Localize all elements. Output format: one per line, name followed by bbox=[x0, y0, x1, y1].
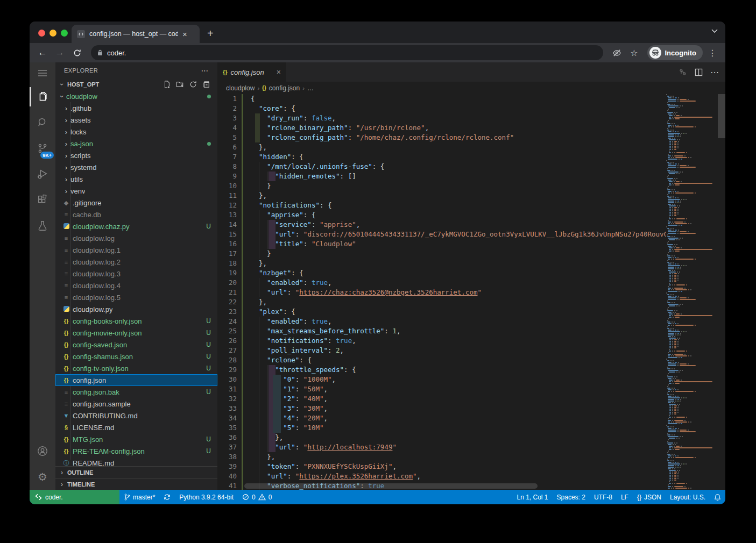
zoom-window-button[interactable] bbox=[61, 30, 68, 37]
code-line-19[interactable]: 19 "nzbget": { bbox=[217, 268, 666, 278]
chevron-down-icon[interactable]: › bbox=[58, 92, 66, 101]
code-line-28[interactable]: 28 "rclone": { bbox=[217, 355, 666, 365]
code-line-3[interactable]: 3 "dry_run": false, bbox=[217, 113, 666, 123]
code-line-22[interactable]: 22 }, bbox=[217, 297, 666, 307]
tree-item-cloudplow.log.1[interactable]: ≡cloudplow.log.1 bbox=[55, 244, 217, 256]
eol-indicator[interactable]: LF bbox=[617, 490, 633, 504]
tree-item-systemd[interactable]: ›systemd bbox=[55, 161, 217, 173]
tree-item-LICENSE.md[interactable]: §LICENSE.md bbox=[55, 421, 217, 433]
code-line-8[interactable]: 8 "/mnt/local/.unionfs-fuse": { bbox=[217, 162, 666, 172]
cursor-position[interactable]: Ln 1, Col 1 bbox=[512, 490, 552, 504]
tab-close-icon[interactable]: × bbox=[182, 30, 187, 38]
tree-item-README.md[interactable]: ⓘREADME.md bbox=[55, 457, 217, 466]
tree-item-venv[interactable]: ›venv bbox=[55, 185, 217, 197]
tree-item-utils[interactable]: ›utils bbox=[55, 173, 217, 185]
problems-indicator[interactable]: 0 0 bbox=[238, 490, 276, 504]
tree-item-cloudplow[interactable]: ›cloudplow bbox=[55, 90, 217, 102]
breadcrumb-folder[interactable]: cloudplow bbox=[226, 84, 255, 92]
browser-menu-icon[interactable]: ⋮ bbox=[705, 45, 720, 60]
address-bar[interactable]: coder. bbox=[91, 45, 603, 60]
tree-item-locks[interactable]: ›locks bbox=[55, 126, 217, 138]
code-line-14[interactable]: 14 "service": "apprise", bbox=[217, 220, 666, 230]
new-folder-icon[interactable] bbox=[176, 81, 184, 88]
code-line-11[interactable]: 11 }, bbox=[217, 191, 666, 201]
tree-item-.github[interactable]: ›.github bbox=[55, 102, 217, 114]
explorer-more-icon[interactable]: ⋯ bbox=[201, 66, 209, 75]
tree-item-PRE-TEAM-config.json[interactable]: {}PRE-TEAM-config.jsonU bbox=[55, 445, 217, 457]
code-line-38[interactable]: 38 }, bbox=[217, 452, 666, 462]
tree-item-MTG.json[interactable]: {}MTG.jsonU bbox=[55, 433, 217, 445]
testing-activity-icon[interactable] bbox=[30, 213, 55, 239]
indentation[interactable]: Spaces: 2 bbox=[553, 490, 590, 504]
code-line-34[interactable]: 34 "4": "20M", bbox=[217, 413, 666, 423]
code-line-15[interactable]: 15 "url": "discord://650104445434331137/… bbox=[217, 230, 666, 239]
forward-button[interactable]: → bbox=[52, 45, 67, 60]
code-line-9[interactable]: 9 "hidden_remotes": [] bbox=[217, 172, 666, 181]
eye-off-icon[interactable] bbox=[610, 45, 625, 60]
tree-item-cache.db[interactable]: ≡cache.db bbox=[55, 209, 217, 220]
new-file-icon[interactable] bbox=[163, 81, 171, 88]
tree-item-config.json[interactable]: {}config.json bbox=[55, 374, 217, 386]
editor-more-actions-icon[interactable]: ⋯ bbox=[710, 67, 719, 77]
tree-item-cloudplow.py[interactable]: cloudplow.py bbox=[55, 303, 217, 315]
refresh-icon[interactable] bbox=[189, 81, 197, 88]
tree-item-config-shamus.json[interactable]: {}config-shamus.jsonU bbox=[55, 351, 217, 362]
account-icon[interactable] bbox=[30, 438, 55, 464]
breadcrumb-symbol[interactable]: … bbox=[307, 84, 314, 92]
tree-item-cloudplow.log[interactable]: ≡cloudplow.log bbox=[55, 232, 217, 244]
tree-item-config.json.sample[interactable]: ≡config.json.sample bbox=[55, 398, 217, 410]
code-line-39[interactable]: 39 "token": "PXNNXUEfYSCkUspGiiXj", bbox=[217, 462, 666, 471]
minimap[interactable] bbox=[666, 94, 717, 490]
editor-tab-config-json[interactable]: {} config.json × bbox=[217, 62, 286, 82]
code-line-23[interactable]: 23 "plex": { bbox=[217, 307, 666, 317]
code-line-37[interactable]: 37 "url": "http://localhost:7949" bbox=[217, 442, 666, 452]
timeline-section[interactable]: › TIMELINE bbox=[55, 478, 217, 490]
tree-item-config-movie-only.json[interactable]: {}config-movie-only.jsonU bbox=[55, 327, 217, 339]
minimize-window-button[interactable] bbox=[50, 30, 56, 37]
code-line-16[interactable]: 16 "title": "Cloudplow" bbox=[217, 239, 666, 249]
chevron-right-icon[interactable]: › bbox=[62, 152, 70, 160]
code-line-12[interactable]: 12 "notifications": { bbox=[217, 201, 666, 210]
code-line-17[interactable]: 17 } bbox=[217, 249, 666, 259]
branch-indicator[interactable]: master* bbox=[119, 490, 159, 504]
encoding[interactable]: UTF-8 bbox=[590, 490, 617, 504]
tree-item-sa-json[interactable]: ›sa-json bbox=[55, 138, 217, 149]
chevron-right-icon[interactable]: › bbox=[62, 140, 70, 148]
code-line-13[interactable]: 13 "apprise": { bbox=[217, 210, 666, 220]
chevron-right-icon[interactable]: › bbox=[62, 116, 70, 124]
code-line-27[interactable]: 27 "poll_interval": 2, bbox=[217, 346, 666, 355]
code-line-32[interactable]: 32 "2": "40M", bbox=[217, 394, 666, 404]
chevron-right-icon[interactable]: › bbox=[62, 128, 70, 136]
close-window-button[interactable] bbox=[38, 30, 45, 37]
code-line-40[interactable]: 40 "url": "https://plex.3526harriet.com"… bbox=[217, 471, 666, 481]
bookmark-star-icon[interactable]: ☆ bbox=[627, 45, 642, 60]
search-activity-icon[interactable] bbox=[30, 110, 55, 135]
tab-search-chevron-icon[interactable] bbox=[711, 29, 718, 33]
split-editor-icon[interactable] bbox=[695, 68, 703, 76]
code-line-35[interactable]: 35 "5": "10M" bbox=[217, 423, 666, 433]
code-line-31[interactable]: 31 "1": "50M", bbox=[217, 384, 666, 394]
breadcrumbs[interactable]: cloudplow › {} config.json › … bbox=[217, 82, 725, 94]
tree-item-cloudplow.log.3[interactable]: ≡cloudplow.log.3 bbox=[55, 268, 217, 280]
tree-item-.gitignore[interactable]: ◆.gitignore bbox=[55, 197, 217, 209]
code-line-18[interactable]: 18 }, bbox=[217, 259, 666, 268]
language-mode[interactable]: {} JSON bbox=[633, 490, 666, 504]
source-control-activity-icon[interactable]: 9K+ bbox=[30, 135, 55, 161]
chevron-right-icon[interactable]: › bbox=[62, 175, 70, 183]
tree-item-config.json.bak[interactable]: ≡config.json.bakU bbox=[55, 386, 217, 398]
back-button[interactable]: ← bbox=[35, 45, 50, 60]
tree-item-config-tv-only.json[interactable]: {}config-tv-only.jsonU bbox=[55, 362, 217, 374]
horizontal-scrollbar[interactable] bbox=[244, 483, 538, 489]
chevron-right-icon[interactable]: › bbox=[62, 187, 70, 195]
vertical-scrollbar[interactable] bbox=[718, 94, 725, 138]
tree-item-cloudplow.chaz.py[interactable]: cloudplow.chaz.pyU bbox=[55, 220, 217, 232]
code-line-29[interactable]: 29 "throttle_speeds": { bbox=[217, 365, 666, 375]
code-line-5[interactable]: 5 "rclone_config_path": "/home/chaz/.con… bbox=[217, 133, 666, 142]
code-line-24[interactable]: 24 "enabled": true, bbox=[217, 317, 666, 326]
reload-button[interactable] bbox=[69, 45, 84, 60]
code-line-33[interactable]: 33 "3": "30M", bbox=[217, 404, 666, 413]
tree-item-config-books-only.json[interactable]: {}config-books-only.jsonU bbox=[55, 315, 217, 327]
outline-section[interactable]: › OUTLINE bbox=[55, 466, 217, 478]
editor-tab-close-icon[interactable]: × bbox=[277, 68, 281, 76]
code-line-10[interactable]: 10 } bbox=[217, 181, 666, 191]
